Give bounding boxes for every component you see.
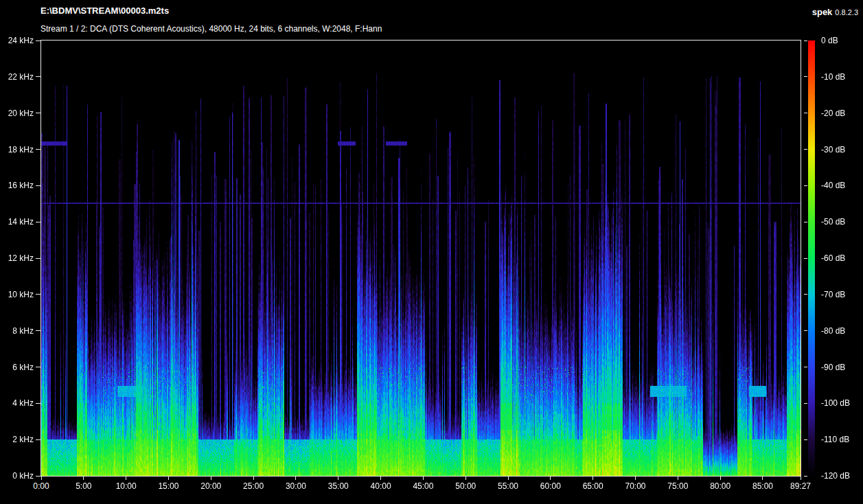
db-tick-label: -10 dB bbox=[821, 72, 845, 82]
time-tick bbox=[550, 477, 551, 480]
time-tick bbox=[635, 477, 636, 480]
time-tick-label: 70:00 bbox=[618, 481, 654, 491]
db-tick bbox=[804, 41, 807, 41]
db-tick bbox=[804, 222, 807, 222]
time-tick bbox=[380, 477, 381, 480]
app-version: 0.8.2.3 bbox=[835, 8, 858, 16]
legend-colorbar bbox=[808, 41, 815, 476]
db-tick-label: -120 dB bbox=[821, 471, 850, 481]
time-tick-label: 25:00 bbox=[235, 481, 271, 491]
db-tick bbox=[804, 149, 807, 150]
db-tick bbox=[804, 439, 807, 440]
freq-tick-label: 22 kHz bbox=[0, 72, 34, 82]
freq-tick bbox=[36, 113, 41, 113]
time-tick-label: 60:00 bbox=[533, 481, 568, 491]
time-tick bbox=[592, 477, 593, 480]
file-path-title: E:\BDMV\STREAM\00003.m2ts bbox=[41, 5, 169, 16]
time-tick bbox=[762, 477, 763, 480]
time-tick-label: 0:00 bbox=[23, 481, 59, 491]
freq-tick-label: 4 kHz bbox=[0, 398, 34, 408]
db-tick bbox=[804, 403, 807, 404]
freq-tick-label: 12 kHz bbox=[0, 253, 34, 263]
time-tick bbox=[423, 477, 424, 480]
time-tick-label: 50:00 bbox=[448, 481, 483, 491]
db-tick-label: -90 dB bbox=[821, 363, 845, 372]
freq-tick-label: 16 kHz bbox=[0, 181, 34, 190]
time-tick bbox=[41, 477, 42, 480]
spek-window: E:\BDMV\STREAM\00003.m2ts spek0.8.2.3 St… bbox=[0, 0, 863, 504]
freq-tick-label: 20 kHz bbox=[0, 108, 34, 118]
db-tick bbox=[804, 76, 807, 77]
time-tick bbox=[83, 477, 84, 480]
time-tick bbox=[126, 477, 126, 480]
time-tick bbox=[253, 477, 254, 480]
freq-tick-label: 24 kHz bbox=[0, 36, 34, 45]
db-tick bbox=[804, 185, 807, 186]
app-name: spek bbox=[812, 7, 833, 17]
time-tick-label: 35:00 bbox=[321, 481, 356, 491]
time-tick-label: 55:00 bbox=[490, 481, 526, 491]
freq-tick-label: 0 kHz bbox=[0, 471, 34, 481]
db-tick bbox=[804, 330, 807, 331]
freq-tick-label: 8 kHz bbox=[0, 326, 34, 336]
spectrogram-canvas[interactable] bbox=[41, 41, 801, 476]
time-tick-label: 5:00 bbox=[66, 481, 102, 491]
time-tick-label: 40:00 bbox=[363, 481, 399, 491]
db-tick-label: -30 dB bbox=[821, 145, 845, 154]
freq-tick bbox=[36, 330, 41, 331]
freq-tick bbox=[36, 403, 41, 404]
freq-tick-label: 18 kHz bbox=[0, 145, 34, 154]
app-brand: spek0.8.2.3 bbox=[812, 5, 858, 18]
freq-tick bbox=[36, 149, 41, 150]
db-tick bbox=[804, 113, 807, 113]
time-tick-label: 20:00 bbox=[193, 481, 229, 491]
time-tick-label: 80:00 bbox=[702, 481, 738, 491]
stream-info: Stream 1 / 2: DCA (DTS Coherent Acoustic… bbox=[41, 24, 382, 34]
db-tick-label: -20 dB bbox=[821, 108, 845, 118]
freq-tick bbox=[36, 258, 41, 259]
time-tick bbox=[211, 477, 211, 480]
freq-tick-label: 14 kHz bbox=[0, 217, 34, 227]
freq-tick-label: 6 kHz bbox=[0, 363, 34, 372]
time-tick-label: 30:00 bbox=[278, 481, 314, 491]
db-tick bbox=[804, 258, 807, 259]
db-tick-label: -100 dB bbox=[821, 398, 850, 408]
db-tick-label: -110 dB bbox=[821, 435, 849, 444]
db-tick-label: -60 dB bbox=[821, 253, 845, 263]
time-tick bbox=[678, 477, 678, 480]
time-tick bbox=[465, 477, 466, 480]
db-tick-label: 0 dB bbox=[821, 36, 838, 45]
freq-tick bbox=[36, 367, 41, 367]
db-tick bbox=[804, 294, 807, 295]
time-tick-label: 75:00 bbox=[660, 481, 695, 491]
time-tick-label: 15:00 bbox=[150, 481, 186, 491]
freq-tick bbox=[36, 41, 41, 41]
db-tick-label: -80 dB bbox=[821, 326, 845, 336]
freq-tick-label: 2 kHz bbox=[0, 435, 34, 444]
time-tick bbox=[168, 477, 169, 480]
db-tick-label: -40 dB bbox=[821, 181, 845, 190]
time-tick bbox=[338, 477, 338, 480]
time-tick bbox=[801, 477, 801, 480]
time-tick bbox=[508, 477, 509, 480]
freq-tick bbox=[36, 294, 41, 295]
freq-tick bbox=[36, 76, 41, 77]
time-tick-label: 89:27 bbox=[783, 481, 818, 491]
db-tick bbox=[804, 367, 807, 367]
time-tick bbox=[720, 477, 721, 480]
db-tick-label: -50 dB bbox=[821, 217, 845, 227]
time-tick-label: 85:00 bbox=[745, 481, 781, 491]
freq-tick bbox=[36, 476, 41, 477]
db-tick-label: -70 dB bbox=[821, 290, 845, 299]
time-tick-label: 10:00 bbox=[108, 481, 144, 491]
time-tick-label: 45:00 bbox=[405, 481, 441, 491]
freq-tick-label: 10 kHz bbox=[0, 290, 34, 299]
db-tick bbox=[804, 476, 807, 477]
time-tick bbox=[295, 477, 296, 480]
freq-tick bbox=[36, 185, 41, 186]
time-tick-label: 65:00 bbox=[575, 481, 611, 491]
freq-tick bbox=[36, 439, 41, 440]
freq-tick bbox=[36, 222, 41, 222]
